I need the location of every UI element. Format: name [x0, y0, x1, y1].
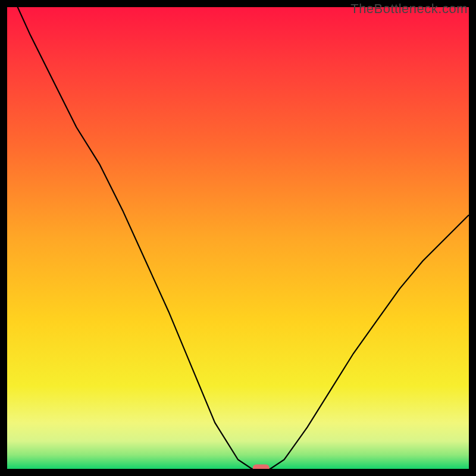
chart-plot-area: [7, 7, 469, 469]
bottleneck-chart: [7, 7, 469, 469]
watermark-text: TheBottleneck.com: [350, 1, 468, 17]
gradient-background: [7, 7, 469, 469]
optimal-marker-icon: [253, 465, 270, 469]
